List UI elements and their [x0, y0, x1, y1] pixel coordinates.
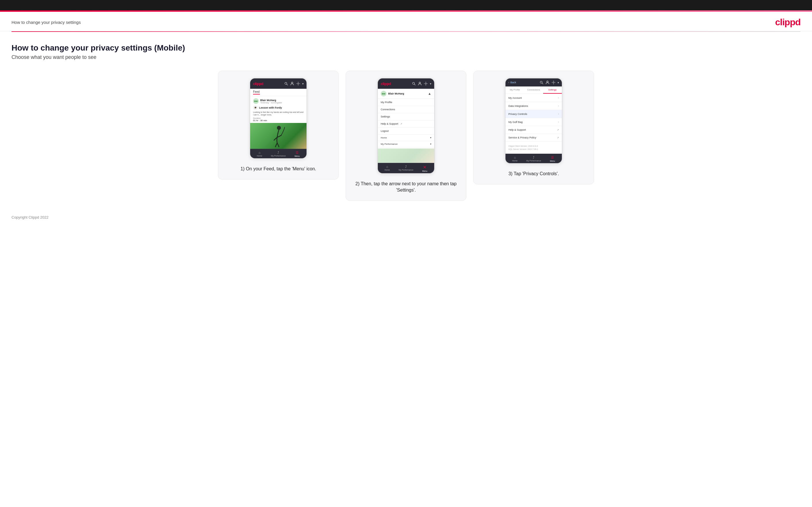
tab-myprofile: My Profile — [506, 87, 524, 94]
performance-label: My Performance — [271, 155, 286, 157]
myaccount-chevron: › — [558, 96, 559, 99]
dropdown-arrow-3: ▾ — [558, 81, 559, 84]
post-desc: Looking to feel like my hands are exitin… — [253, 111, 304, 116]
menu-section-performance-label: My Performance — [381, 143, 398, 145]
dataintegrations-chevron: › — [558, 104, 559, 107]
settings-icon — [296, 81, 300, 86]
main-content: How to change your privacy settings (Mob… — [0, 32, 812, 207]
bottomnav-performance-2: ⤴ My Performance — [397, 163, 415, 173]
menu-item-connections: Connections — [378, 106, 434, 113]
avatar: BM — [253, 98, 259, 104]
step-1-caption: 1) On your Feed, tap the 'Menu' icon. — [240, 166, 316, 172]
external-link-icon: ↗ — [400, 123, 402, 125]
mygolfbag-chevron: › — [558, 120, 559, 123]
phone-icons-2: ▾ — [412, 81, 431, 86]
settings-item-myaccount: My Account › — [506, 94, 562, 102]
user-icon-2 — [418, 81, 422, 86]
dropdown-arrow-1: ▾ — [302, 82, 304, 85]
user-icon — [290, 81, 294, 86]
post-title-row: 🎓 Lesson with Fordy — [253, 105, 304, 110]
step-3-caption: 3) Tap 'Privacy Controls'. — [508, 171, 559, 177]
back-button: ‹ Back — [508, 81, 516, 84]
duration-value: 01 hr : 30 min — [253, 119, 304, 122]
dropdown-arrow-2: ▾ — [430, 82, 431, 85]
tab-connections: Connections — [524, 87, 543, 94]
page-subheading: Choose what you want people to see — [11, 54, 801, 60]
phone-mockup-1: clippd — [250, 78, 307, 159]
svg-line-6 — [414, 84, 415, 85]
svg-point-11 — [547, 81, 548, 82]
phone-icons-1: ▾ — [284, 81, 304, 86]
phone-bottomnav-1: ⌂ Home ⤴ My Performance ☰ Menu — [250, 149, 306, 158]
serviceprivacy-ext-icon: ↗ — [557, 136, 559, 139]
back-label: Back — [510, 81, 516, 84]
tab-settings: Settings — [543, 87, 562, 94]
menu-expand-icon: ▲ — [428, 92, 431, 96]
menu-item-logout: Logout — [378, 127, 434, 135]
home-icon-3: ⌂ — [514, 156, 516, 159]
menu-section-home: Home ▾ — [378, 135, 434, 141]
phone-content-1: Feed BM Blair McHarg Yesterday · Sunning… — [250, 89, 306, 149]
settings-phone-icons: ▾ — [540, 80, 559, 84]
phone-content-2: BM Blair McHarg ▲ My Profile Connections… — [378, 89, 434, 163]
bottomnav-home-2: ⌂ Home — [378, 163, 397, 173]
post-name: Blair McHarg — [260, 99, 282, 102]
svg-point-12 — [553, 82, 554, 83]
menu-section-performance: My Performance ▾ — [378, 141, 434, 147]
steps-container: clippd — [11, 71, 801, 201]
phone-mockup-2: clippd ▾ — [377, 78, 435, 174]
menu-user-left: BM Blair McHarg — [381, 91, 404, 97]
phone-mockup-3: ‹ Back ▾ — [505, 78, 562, 164]
bottomnav-menu-3: ☰ Menu — [543, 154, 562, 163]
home-label: Home — [257, 155, 262, 157]
bottomnav-home-3: ⌂ Home — [506, 154, 524, 163]
performance-icon: ⤴ — [277, 151, 279, 154]
privacycontrols-label: Privacy Controls — [508, 113, 527, 115]
phone-bottomnav-3: ⌂ Home ⤴ My Performance ☰ Menu — [506, 154, 562, 163]
helpsupport-ext-icon: ↗ — [557, 129, 559, 131]
menu-section-performance-chevron: ▾ — [430, 143, 431, 145]
settings-tabs: My Profile Connections Settings — [506, 87, 562, 94]
performance-label-3: My Performance — [526, 160, 541, 162]
menu-label: Menu — [295, 155, 300, 157]
menu-user-name: Blair McHarg — [388, 92, 404, 95]
settings-version: Clippd Client Version: 2022.8.3-3GQL Ser… — [506, 142, 562, 154]
svg-point-4 — [277, 126, 281, 130]
bottomnav-menu-1: ☰ Menu — [288, 149, 306, 158]
performance-icon-2: ⤴ — [405, 165, 407, 168]
settings-item-mygolfbag: My Golf Bag › — [506, 118, 562, 126]
performance-label-2: My Performance — [399, 169, 413, 171]
header-title: How to change your privacy settings — [11, 20, 81, 25]
menu-item-help: Help & Support ↗ — [378, 120, 434, 127]
svg-point-2 — [291, 82, 293, 83]
lesson-icon: 🎓 — [253, 105, 258, 110]
home-icon-2: ⌂ — [386, 165, 388, 168]
step-2-card: clippd ▾ — [346, 71, 466, 201]
top-bar — [0, 0, 812, 10]
feed-tab-underline — [253, 94, 260, 95]
mygolfbag-label: My Golf Bag — [508, 121, 523, 123]
home-label-3: Home — [512, 160, 517, 162]
footer: Copyright Clippd 2022 — [0, 207, 812, 225]
settings-item-dataintegrations: Data Integrations › — [506, 102, 562, 110]
menu-item-settings: Settings — [378, 113, 434, 120]
phone-bottomnav-2: ⌂ Home ⤴ My Performance ✕ Menu — [378, 163, 434, 173]
menu-section-home-chevron: ▾ — [430, 136, 431, 139]
search-icon-3 — [540, 80, 544, 84]
svg-line-10 — [542, 83, 543, 84]
phone-content-3: My Account › Data Integrations › Privacy… — [506, 94, 562, 154]
post-lesson-title: Lesson with Fordy — [259, 106, 282, 109]
search-icon — [284, 81, 288, 86]
menu-label-3: Menu — [550, 160, 555, 162]
serviceprivacy-label: Service & Privacy Policy — [508, 136, 536, 139]
bottomnav-close-2: ✕ Menu — [415, 163, 434, 173]
phone-logo-2: clippd — [381, 81, 391, 86]
step-3-card: ‹ Back ▾ — [473, 71, 594, 184]
menu-label-2: Menu — [422, 170, 427, 172]
phone-topbar-2: clippd ▾ — [378, 78, 434, 89]
post-item: BM Blair McHarg Yesterday · Sunningdale … — [250, 96, 306, 123]
svg-point-7 — [419, 82, 420, 83]
search-icon-2 — [412, 81, 416, 86]
myaccount-label: My Account — [508, 97, 522, 99]
user-icon-3 — [546, 80, 550, 84]
